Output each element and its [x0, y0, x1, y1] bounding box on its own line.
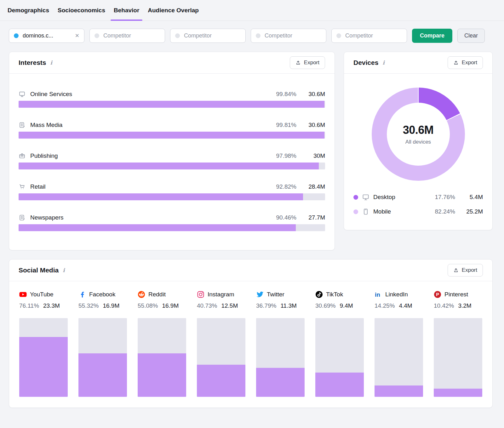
all-devices-value: 30.6M [403, 123, 434, 137]
social-value: 9.4M [340, 302, 353, 309]
phone-icon [362, 208, 369, 215]
competitor-placeholder: Competitor [265, 32, 292, 39]
social-bar-track [375, 318, 423, 397]
interests-export-button[interactable]: Export [290, 56, 325, 69]
interest-bar-track [19, 224, 325, 231]
social-column-tiktok: TikTok 30.69% 9.4M [315, 291, 364, 397]
device-value: 5.4M [459, 194, 483, 201]
interest-bar-track [19, 101, 325, 108]
competitor-input-4[interactable]: Competitor [331, 29, 407, 43]
social-network-label: Facebook [89, 291, 115, 298]
social-column-youtube: YouTube 76.11% 23.3M [19, 291, 68, 397]
device-label: Mobile [373, 208, 391, 215]
interest-value: 30M [301, 152, 325, 159]
export-label: Export [462, 60, 477, 66]
export-icon [453, 60, 459, 66]
social-bar-fill [315, 373, 364, 397]
interest-bar-track [19, 132, 325, 139]
social-media-title: Social Media [19, 266, 59, 274]
competitor-dot-icon [175, 33, 180, 38]
export-label: Export [304, 60, 319, 66]
social-value: 11.3M [280, 302, 296, 309]
interest-bar-track [19, 163, 325, 169]
devices-export-button[interactable]: Export [448, 56, 483, 69]
competitor-placeholder: Competitor [345, 32, 373, 39]
tab-behavior[interactable]: Behavior [114, 0, 139, 20]
interest-percent: 99.84% [267, 91, 296, 98]
interest-value: 28.4M [301, 183, 325, 190]
social-percent: 55.32% [78, 302, 99, 309]
svg-text:in: in [375, 291, 380, 298]
interests-list: Online Services 99.84% 30.6M Mass Media … [9, 74, 335, 250]
donut-center: 30.6M All devices [387, 103, 450, 166]
competitor-input-2[interactable]: Competitor [170, 29, 246, 43]
twitter-icon [256, 291, 264, 298]
social-bar-track [256, 318, 305, 397]
social-column-facebook: Facebook 55.32% 16.9M [78, 291, 127, 397]
news-icon [19, 122, 26, 128]
interest-bar-fill [19, 193, 303, 200]
competitor-input-1[interactable]: Competitor [89, 29, 165, 43]
social-column-reddit: Reddit 55.08% 16.9M [138, 291, 186, 397]
social-export-button[interactable]: Export [448, 264, 483, 277]
social-bar-track [19, 318, 68, 397]
tab-demographics[interactable]: Demographics [8, 0, 49, 20]
interest-percent: 97.98% [267, 152, 296, 159]
interest-label: Online Services [30, 91, 72, 98]
export-icon [295, 60, 301, 66]
close-icon[interactable]: ✕ [75, 33, 79, 38]
social-network-label: TikTok [326, 291, 343, 298]
clear-button[interactable]: Clear [457, 29, 485, 43]
social-network-label: Twitter [267, 291, 284, 298]
social-value: 23.3M [43, 302, 60, 309]
social-percent: 76.11% [19, 302, 39, 309]
compare-button[interactable]: Compare [412, 29, 452, 43]
interests-panel-header: Interests i Export [9, 52, 335, 74]
interest-percent: 90.46% [267, 214, 296, 221]
export-label: Export [462, 267, 477, 273]
competitor-input-3[interactable]: Competitor [251, 29, 326, 43]
linkedin-icon: in [375, 291, 382, 298]
interest-label: Retail [30, 183, 46, 190]
all-devices-label: All devices [405, 139, 431, 145]
tiktok-icon [315, 291, 323, 298]
facebook-icon [78, 291, 86, 298]
info-icon[interactable]: i [382, 60, 384, 66]
monitor-icon [362, 193, 369, 201]
interest-value: 30.6M [301, 91, 325, 98]
social-percent: 30.69% [315, 302, 335, 309]
interest-row-newspapers: Newspapers 90.46% 27.7M [19, 214, 325, 231]
top-row: Interests i Export Online Services 99.84… [9, 52, 493, 250]
interest-bar-fill [19, 132, 324, 139]
social-column-instagram: Instagram 40.73% 12.5M [197, 291, 245, 397]
social-bar-fill [197, 365, 245, 397]
devices-body: 30.6M All devices Desktop 17.76% 5.4M Mo… [344, 74, 492, 230]
info-icon[interactable]: i [63, 267, 65, 273]
social-network-label: Instagram [208, 291, 234, 298]
legend-dot-icon [353, 195, 358, 200]
competitor-dot-icon [256, 33, 261, 38]
youtube-icon [19, 291, 27, 298]
device-legend-desktop: Desktop 17.76% 5.4M [353, 193, 483, 201]
competitor-dot-icon [336, 33, 341, 38]
social-column-pinterest: P Pinterest 10.42% 3.2M [434, 291, 482, 397]
briefcase-icon [19, 152, 26, 159]
main-domain-chip[interactable]: dominos.c... ✕ [9, 29, 84, 43]
social-percent: 40.73% [197, 302, 217, 309]
reddit-icon [138, 291, 145, 298]
filter-bar: dominos.c... ✕ Competitor Competitor Com… [0, 21, 504, 52]
social-bar-track [315, 318, 364, 397]
competitor-placeholder: Competitor [184, 32, 212, 39]
tab-audience-overlap[interactable]: Audience Overlap [148, 0, 199, 20]
social-media-panel: Social Media i Export YouTube 76.11% 23.… [9, 259, 493, 408]
social-value: 3.2M [458, 302, 471, 309]
tab-socioeconomics[interactable]: Socioeconomics [58, 0, 105, 20]
device-legend-mobile: Mobile 82.24% 25.2M [353, 208, 483, 215]
device-percent: 17.76% [426, 194, 455, 201]
social-network-label: LinkedIn [385, 291, 408, 298]
devices-title: Devices [353, 59, 378, 66]
social-value: 12.5M [221, 302, 238, 309]
info-icon[interactable]: i [50, 60, 52, 66]
social-bar-track [197, 318, 245, 397]
devices-donut-chart: 30.6M All devices [372, 88, 465, 181]
